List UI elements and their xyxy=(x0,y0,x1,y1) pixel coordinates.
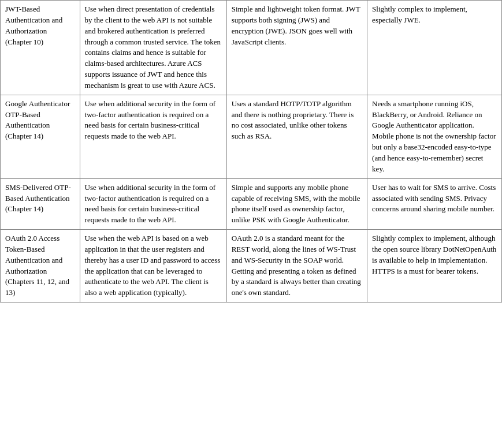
cell-row1-col2: Uses a standard HOTP/TOTP algorithm and … xyxy=(226,95,367,178)
cell-row2-col3: User has to wait for SMS to arrive. Cost… xyxy=(367,178,502,229)
cell-row2-col0: SMS-Delivered OTP-Based Authentication (… xyxy=(1,178,80,229)
comparison-table: JWT-Based Authentication and Authorizati… xyxy=(0,0,502,303)
cell-row3-col2: OAuth 2.0 is a standard meant for the RE… xyxy=(226,230,367,303)
cell-row0-col0: JWT-Based Authentication and Authorizati… xyxy=(1,1,80,95)
cell-row2-col1: Use when additional security in the form… xyxy=(80,178,226,229)
cell-row3-col3: Slightly complex to implement, although … xyxy=(367,230,502,303)
cell-row1-col0: Google Authenticator OTP-Based Authentic… xyxy=(1,95,80,178)
table-row: Google Authenticator OTP-Based Authentic… xyxy=(1,95,502,178)
cell-row0-col1: Use when direct presentation of credenti… xyxy=(80,1,226,95)
cell-row0-col3: Slightly complex to implement, especiall… xyxy=(367,1,502,95)
table-row: JWT-Based Authentication and Authorizati… xyxy=(1,1,502,95)
cell-row3-col0: OAuth 2.0 Access Token-Based Authenticat… xyxy=(1,230,80,303)
cell-row0-col2: Simple and lightweight token format. JWT… xyxy=(226,1,367,95)
main-table-container: JWT-Based Authentication and Authorizati… xyxy=(0,0,502,448)
cell-row2-col2: Simple and supports any mobile phone cap… xyxy=(226,178,367,229)
table-row: SMS-Delivered OTP-Based Authentication (… xyxy=(1,178,502,229)
cell-row3-col1: Use when the web API is based on a web a… xyxy=(80,230,226,303)
table-row: OAuth 2.0 Access Token-Based Authenticat… xyxy=(1,230,502,303)
cell-row1-col1: Use when additional security in the form… xyxy=(80,95,226,178)
cell-row1-col3: Needs a smartphone running iOS, BlackBer… xyxy=(367,95,502,178)
